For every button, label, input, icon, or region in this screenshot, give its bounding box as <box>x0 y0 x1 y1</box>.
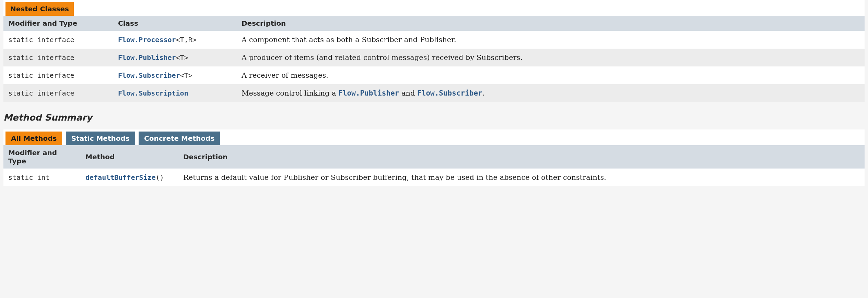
cell-description: A receiver of messages. <box>237 66 865 84</box>
method-summary-section: All Methods Static Methods Concrete Meth… <box>3 129 865 186</box>
table-header-row: Modifier and Type Class Description <box>3 16 865 31</box>
class-link[interactable]: Flow.Subscription <box>118 89 188 97</box>
method-link[interactable]: defaultBufferSize <box>85 173 156 182</box>
table-row: static interface Flow.Subscriber<T> A re… <box>3 66 865 84</box>
cell-description: A producer of items (and related control… <box>237 49 865 66</box>
table-header-row: Modifier and Type Method Description <box>3 145 865 169</box>
header-description: Description <box>178 145 865 169</box>
desc-text: Message control linking a <box>242 89 338 97</box>
header-description: Description <box>237 16 865 31</box>
desc-text: A component that acts as both a Subscrib… <box>242 36 456 44</box>
cell-modifier: static int <box>3 169 81 186</box>
tab-static-methods[interactable]: Static Methods <box>66 132 135 145</box>
desc-text: . <box>482 89 485 97</box>
tab-concrete-methods[interactable]: Concrete Methods <box>139 132 220 145</box>
desc-ref-link[interactable]: Flow.Publisher <box>338 89 399 97</box>
class-link[interactable]: Flow.Publisher <box>118 53 176 62</box>
class-link[interactable]: Flow.Subscriber <box>118 71 180 79</box>
cell-class: Flow.Publisher<T> <box>113 49 237 66</box>
class-link[interactable]: Flow.Processor <box>118 36 176 44</box>
cell-modifier: static interface <box>3 31 113 49</box>
cell-modifier: static interface <box>3 84 113 102</box>
header-method: Method <box>81 145 178 169</box>
nested-classes-section: Nested Classes Modifier and Type Class D… <box>3 0 865 102</box>
header-modifier: Modifier and Type <box>3 16 113 31</box>
desc-text: A producer of items (and related control… <box>242 53 523 62</box>
cell-modifier: static interface <box>3 49 113 66</box>
desc-ref-link[interactable]: Flow.Subscriber <box>417 89 482 97</box>
method-tabs: All Methods Static Methods Concrete Meth… <box>5 129 865 145</box>
table-row: static interface Flow.Processor<T,R> A c… <box>3 31 865 49</box>
method-args: () <box>156 173 164 182</box>
desc-text: A receiver of messages. <box>242 71 328 79</box>
header-modifier: Modifier and Type <box>3 145 81 169</box>
desc-text: and <box>399 89 417 97</box>
cell-description: Message control linking a Flow.Publisher… <box>237 84 865 102</box>
cell-class: Flow.Processor<T,R> <box>113 31 237 49</box>
table-row: static int defaultBufferSize() Returns a… <box>3 169 865 186</box>
class-generic: <T> <box>180 71 192 79</box>
method-summary-table: Modifier and Type Method Description sta… <box>3 145 865 186</box>
header-class: Class <box>113 16 237 31</box>
cell-modifier: static interface <box>3 66 113 84</box>
cell-method: defaultBufferSize() <box>81 169 178 186</box>
class-generic: <T> <box>176 53 188 62</box>
cell-description: Returns a default value for Publisher or… <box>178 169 865 186</box>
nested-classes-table: Modifier and Type Class Description stat… <box>3 16 865 102</box>
table-row: static interface Flow.Publisher<T> A pro… <box>3 49 865 66</box>
tab-all-methods[interactable]: All Methods <box>5 132 62 145</box>
method-summary-title: Method Summary <box>3 112 868 123</box>
nested-classes-caption: Nested Classes <box>5 2 74 16</box>
class-generic: <T,R> <box>176 36 197 44</box>
cell-class: Flow.Subscription <box>113 84 237 102</box>
cell-description: A component that acts as both a Subscrib… <box>237 31 865 49</box>
cell-class: Flow.Subscriber<T> <box>113 66 237 84</box>
table-row: static interface Flow.Subscription Messa… <box>3 84 865 102</box>
